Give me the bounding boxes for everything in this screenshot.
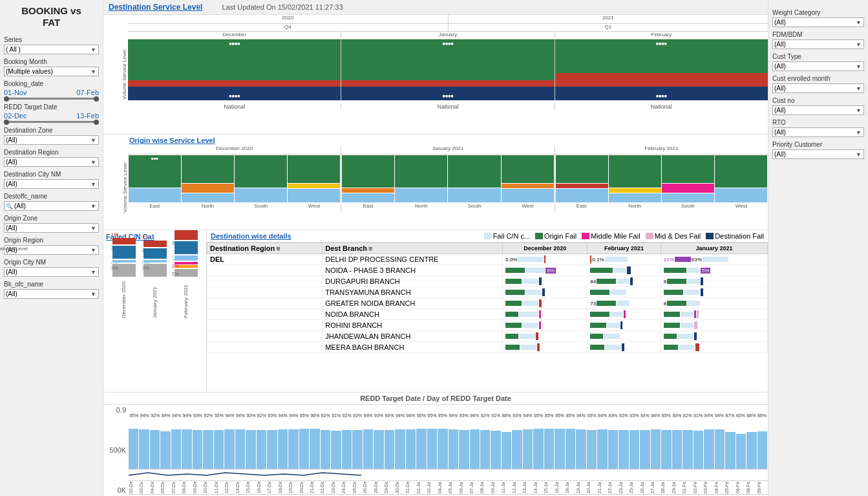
dst-wise-title[interactable]: Destination wise details [211,232,291,240]
q4-label: Q4 [128,24,449,31]
origin-city-select[interactable]: (All) [6,268,97,275]
legend-origin-fail-label: Origin Fail [544,232,577,240]
redd-bar [608,430,618,469]
rto-filter[interactable]: (All) ▼ [772,127,864,137]
weight-cat-select[interactable]: (All) [774,19,862,26]
bk-ofc-filter[interactable]: (All) ▼ [4,289,99,299]
filter-icon[interactable]: 🔍 [6,203,13,210]
cust-enrolled-select[interactable]: (All) [774,85,862,92]
rto-select[interactable]: (All) [774,129,862,136]
table-row: DEL DELHI DP PROCESSING CENTRE 0.0% [207,254,768,265]
dst-table-container[interactable]: Destination Region ≡ Dest Branch ≡ [207,243,768,392]
dest-city-select[interactable]: (All) [6,180,97,188]
origin-service-title[interactable]: Origin wise Service Level [103,135,768,146]
origin-dec-west [288,155,340,202]
redd-bar [523,429,533,469]
row-dec [503,342,587,353]
origin-zone-select[interactable]: (All) [6,224,97,232]
failed-jan-col: 1% 2% 0% 3% January 2021 [141,234,169,318]
row-jan: 5% [661,265,767,276]
top-header: Destination Service Level Last Updated O… [103,0,768,15]
redd-bar [555,429,564,469]
dest-zone-label: Destination Zone [4,127,99,134]
redd-bar [736,434,746,469]
bk-ofc-select[interactable]: (All) [6,290,97,297]
destoffc-filter[interactable]: 🔍 (All) ▼ [4,201,99,211]
booking-month-select[interactable]: (Multiple values) [6,68,97,75]
dest-branch-filter-icon[interactable]: ≡ [368,244,372,252]
row-branch: GREATER NOIDA BRANCH [323,298,503,309]
row-jan [661,342,767,353]
redd-bar [129,429,138,469]
redd-bar [416,429,426,469]
dest-region-filter-icon[interactable]: ≡ [276,244,280,252]
origin-city-filter[interactable]: (All) ▼ [4,267,99,277]
feb-north: North [608,203,661,212]
series-filter[interactable]: ( All ) ▼ [4,45,99,54]
redd-bars [128,418,768,469]
dec-region-labels: East North South West [128,203,341,212]
redd-bar [449,429,458,469]
series-select[interactable]: ( All ) [6,46,97,53]
dest-zone-filter[interactable]: (All) ▼ [4,135,99,145]
jan-west: West [501,203,554,212]
legend-fail-cn-label: Fail C/N c... [493,232,530,240]
bk-ofc-label: Bk_ofc_name [4,281,99,288]
legend-middle-mile: Middle Mile Fail [582,232,640,240]
origin-y-label: Volume Service Level [122,163,128,213]
cust-no-select[interactable]: (All) [774,107,862,114]
cust-enrolled-filter[interactable]: (All) ▼ [772,83,864,93]
priority-select[interactable]: (All) [774,151,862,158]
cust-no-filter[interactable]: (All) ▼ [772,105,864,115]
dest-city-label: Destination City NM [4,171,99,178]
timeline-months: December January February [128,32,768,39]
origin-chart-body: Volume Service Level December 2020 Janua… [103,146,768,230]
origin-feb-north [609,155,661,202]
y-axis-container: Volume Service Level [103,15,128,134]
center-content: Destination Service Level Last Updated O… [103,0,768,496]
origin-month-headers: December 2020 January 2021 February 2021 [128,146,768,155]
fdm-bdm-filter[interactable]: (All) ▼ [772,39,864,49]
redd-bar [704,429,714,469]
failed-feb-col: 3% 3% 1% 3% 2% February 2021 [172,230,200,318]
booking-date-slider[interactable] [4,98,99,100]
redd-bar [395,429,405,469]
col-dest-branch: Dest Branch ≡ [323,243,503,254]
feb-west: West [715,203,768,212]
redd-bar [619,430,628,469]
redd-feb: February [555,495,768,495]
redd-bar [321,430,330,469]
jan-bar-group: ■■■■ ■■■■ [341,39,555,100]
dec-red-bar [128,80,341,87]
cust-type-select[interactable]: (All) [774,63,862,70]
destoffc-select[interactable]: (All) [14,202,97,210]
destoffc-label: Destoffc_name [4,193,99,200]
redd-chart-body: 0.9 Volume Service Level 500K 0K 95%94%9… [103,405,768,495]
redd-bar [566,429,575,469]
redd-date-slider[interactable] [4,121,99,123]
row-feb [587,265,661,276]
origin-zone-filter[interactable]: (All) ▼ [4,223,99,233]
redd-bar [630,430,639,469]
dest-region-select[interactable]: (All) [6,158,97,166]
redd-bar [342,430,352,469]
dest-zone-select[interactable]: (All) [6,136,97,144]
origin-jan-bars [341,155,555,203]
table-row: ROHINI BRANCH [207,320,768,331]
row-feb: 84 [587,276,661,287]
y-axis-label: Volume Service Level [122,50,128,100]
dst-service-link[interactable]: Destination Service Level [109,3,202,12]
redd-bar [246,430,255,469]
cust-type-filter[interactable]: (All) ▼ [772,61,864,71]
fdm-bdm-select[interactable]: (All) [774,41,862,48]
redd-bar [533,429,543,469]
weight-cat-filter[interactable]: (All) ▼ [772,17,864,27]
dest-region-filter[interactable]: (All) ▼ [4,157,99,167]
redd-month-labels: December January February [128,494,768,495]
year-2021: 2021 [449,15,768,23]
weight-cat-label: Weight Category [772,9,864,16]
redd-bar [150,430,160,469]
dest-city-filter[interactable]: (All) ▼ [4,179,99,189]
priority-filter[interactable]: (All) ▼ [772,149,864,159]
booking-month-filter[interactable]: (Multiple values) ▼ [4,67,99,76]
